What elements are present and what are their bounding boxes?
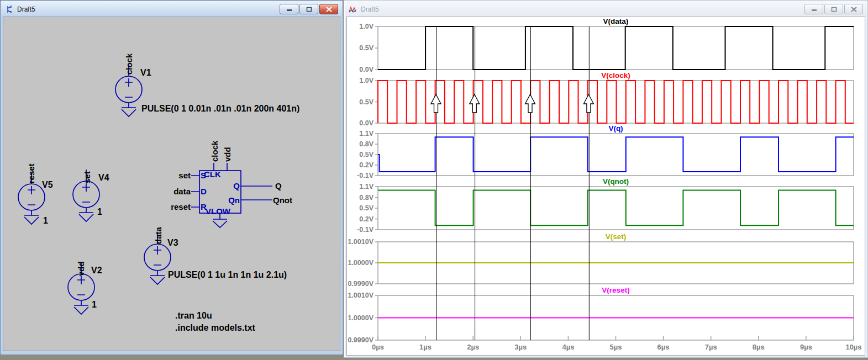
clock-edge-arrow-icon [431, 94, 441, 113]
trace-title-V(reset)[interactable]: V(reset) [602, 286, 629, 294]
clock-edge-arrow-icon [583, 94, 593, 113]
waveform-window-title: Draft5 [361, 6, 379, 13]
minimize-button[interactable] [804, 4, 823, 14]
value-v3[interactable]: PULSE(0 1 1u 1n 1n 1u 2.1u) [168, 270, 287, 279]
schematic-window: Draft5 [0, 0, 343, 355]
trace-title-V(qnot)[interactable]: V(qnot) [603, 177, 629, 186]
designator-v3[interactable]: V3 [167, 238, 178, 247]
net-label-q-out[interactable]: Q [275, 181, 282, 190]
clock-edge-arrow-icon [525, 94, 535, 113]
minimize-button[interactable] [280, 4, 298, 14]
ground-icon [79, 213, 93, 221]
y-tick-label: 1.0000V [348, 259, 373, 267]
pane-border [378, 134, 854, 176]
y-tick-label: 1.0010V [348, 292, 373, 299]
trace-title-V(set)[interactable]: V(set) [606, 232, 627, 241]
y-tick-label: 0.2V [359, 215, 373, 223]
close-icon [326, 7, 332, 12]
maximize-button[interactable] [299, 4, 318, 14]
value-v4[interactable]: 1 [97, 207, 102, 216]
x-tick-label: 2µs [467, 343, 479, 351]
waveform-plot[interactable]: 1.0V0.5V0.0VV(data)1.0V0.5V0.0VV(clock)1… [347, 17, 865, 355]
x-tick-label: 9µs [800, 343, 812, 351]
pane-border [378, 187, 854, 230]
value-v1[interactable]: PULSE(0 1 0.01n .01n .01n 200n 401n) [141, 104, 299, 113]
ground-icon [150, 276, 165, 284]
y-tick-label: 0.2V [359, 161, 373, 169]
net-label-ff-vdd[interactable]: vdd [223, 147, 232, 162]
trace-V(q) [378, 137, 854, 172]
net-label-data[interactable]: data [154, 227, 163, 245]
maximize-icon [306, 7, 312, 12]
y-tick-label: 0.0V [359, 119, 373, 127]
net-label-clock[interactable]: clock [124, 53, 134, 75]
waveform-plot-area[interactable]: 1.0V0.5V0.0VV(data)1.0V0.5V0.0VV(clock)1… [346, 17, 865, 356]
close-button[interactable] [319, 4, 338, 14]
trace-title-V(data)[interactable]: V(data) [603, 17, 629, 25]
close-icon [851, 7, 857, 12]
x-tick-label: 6µs [657, 343, 670, 351]
net-label-reset[interactable]: reset [27, 163, 36, 183]
designator-v4[interactable]: V4 [98, 173, 109, 182]
close-button[interactable] [844, 4, 863, 14]
y-tick-label: 1.1V [359, 130, 373, 137]
schematic-window-title: Draft5 [17, 6, 35, 13]
y-tick-label: 0.8V [359, 194, 373, 202]
x-tick-label: 3µs [514, 343, 527, 351]
maximize-button[interactable] [824, 4, 843, 14]
schematic-drawing[interactable]: clock V1 PULSE(0 1 0.01n .01n .01n 200n … [3, 17, 340, 351]
net-label-qnot-out[interactable]: Qnot [273, 195, 292, 205]
net-label-vdd[interactable]: vdd [76, 261, 86, 276]
trace-V(data) [378, 27, 854, 70]
pin-label-clk: CLK [204, 170, 221, 179]
y-tick-label: 0.5V [359, 151, 373, 158]
designator-v1[interactable]: V1 [140, 68, 151, 77]
schematic-app-icon [5, 5, 14, 14]
pin-label-d: D [201, 187, 207, 196]
y-tick-label: 0.9990V [348, 336, 373, 344]
y-tick-label: 1.1V [359, 183, 373, 190]
designator-v5[interactable]: V5 [42, 180, 53, 189]
waveform-window: Draft5 1.0V0.5V0.0VV(data)1.0V0.5V0.0VV(… [344, 0, 868, 358]
x-tick-label: 10µs [845, 343, 861, 351]
x-tick-label: 5µs [610, 343, 622, 351]
y-tick-label: 0.5V [359, 98, 373, 106]
x-tick-label: 7µs [705, 343, 717, 351]
trace-title-V(q)[interactable]: V(q) [608, 124, 623, 133]
net-label-set[interactable]: set [82, 171, 92, 183]
y-tick-label: 0.9990V [348, 280, 373, 288]
minimize-icon [286, 7, 292, 12]
net-label-set-wire[interactable]: set [178, 171, 191, 180]
value-v2[interactable]: 1 [92, 300, 97, 309]
clock-edge-arrow-icon [470, 94, 480, 113]
schematic-window-titlebar[interactable]: Draft5 [1, 1, 342, 17]
spice-directive-tran[interactable]: .tran 10u [175, 311, 212, 320]
pin-label-s: S [201, 171, 206, 180]
y-tick-label: 1.0V [359, 77, 373, 84]
minimize-icon [811, 7, 817, 12]
maximize-icon [831, 7, 837, 12]
pin-label-q: Q [233, 181, 240, 190]
waveform-app-icon [349, 5, 357, 14]
value-v5[interactable]: 1 [43, 216, 48, 225]
trace-title-V(clock)[interactable]: V(clock) [601, 71, 630, 80]
net-label-data-wire[interactable]: data [173, 187, 191, 196]
x-tick-label: 8µs [753, 343, 765, 351]
y-tick-label: 0.5V [359, 44, 373, 52]
net-label-ff-clock[interactable]: clock [210, 140, 219, 162]
y-tick-label: 0.5V [359, 204, 373, 212]
y-tick-label: 1.0V [359, 23, 373, 30]
waveform-window-titlebar[interactable]: Draft5 [345, 1, 867, 17]
x-tick-label: 1µs [419, 343, 432, 351]
x-tick-label: 4µs [562, 343, 574, 351]
schematic-canvas[interactable]: clock V1 PULSE(0 1 0.01n .01n .01n 200n … [3, 17, 340, 351]
ground-icon [24, 215, 39, 224]
net-label-reset-wire[interactable]: reset [171, 202, 191, 211]
spice-directive-include[interactable]: .include models.txt [175, 323, 256, 332]
y-tick-label: 0.8V [359, 140, 373, 148]
y-tick-label: 1.0000V [348, 314, 373, 322]
trace-V(clock) [378, 81, 854, 123]
trace-V(qnot) [378, 190, 854, 226]
y-tick-label: -0.1V [357, 172, 374, 179]
designator-v2[interactable]: V2 [91, 266, 102, 275]
